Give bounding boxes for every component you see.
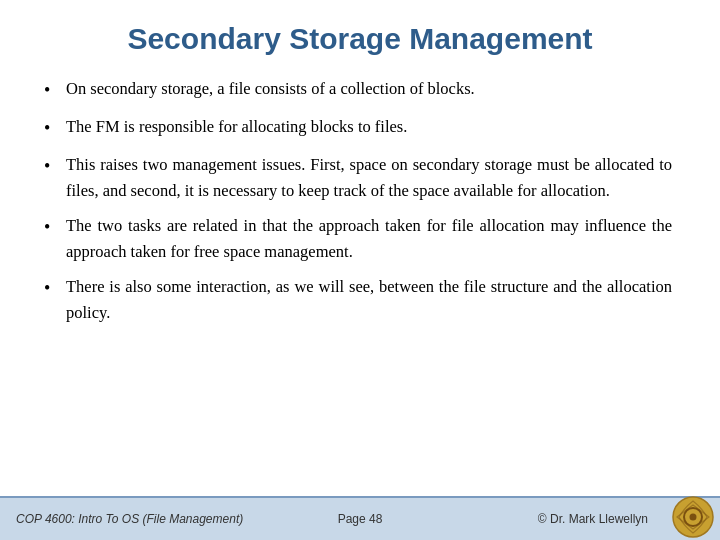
footer-center-text: Page 48 [338,512,383,526]
bullet-dot-4: • [44,213,66,241]
svg-point-2 [690,514,697,521]
bullet-item-1: • On secondary storage, a file consists … [44,76,672,104]
bullet-text-1: On secondary storage, a file consists of… [66,76,475,102]
bullet-text-4: The two tasks are related in that the ap… [66,213,672,264]
bullet-item-5: • There is also some interaction, as we … [44,274,672,325]
footer-right-text: © Dr. Mark Llewellyn [538,512,648,526]
slide-content: • On secondary storage, a file consists … [0,70,720,496]
bullet-text-5: There is also some interaction, as we wi… [66,274,672,325]
bullet-dot-2: • [44,114,66,142]
bullet-dot-3: • [44,152,66,180]
bullet-item-3: • This raises two management issues. Fir… [44,152,672,203]
slide-title: Secondary Storage Management [0,0,720,70]
slide-container: Secondary Storage Management • On second… [0,0,720,540]
bullet-item-2: • The FM is responsible for allocating b… [44,114,672,142]
bullet-text-3: This raises two management issues. First… [66,152,672,203]
bullet-item-4: • The two tasks are related in that the … [44,213,672,264]
footer-logo-icon [672,496,714,538]
bullet-dot-5: • [44,274,66,302]
bullet-dot-1: • [44,76,66,104]
bullet-text-2: The FM is responsible for allocating blo… [66,114,407,140]
footer-left-text: COP 4600: Intro To OS (File Management) [16,512,243,526]
slide-footer: COP 4600: Intro To OS (File Management) … [0,496,720,540]
